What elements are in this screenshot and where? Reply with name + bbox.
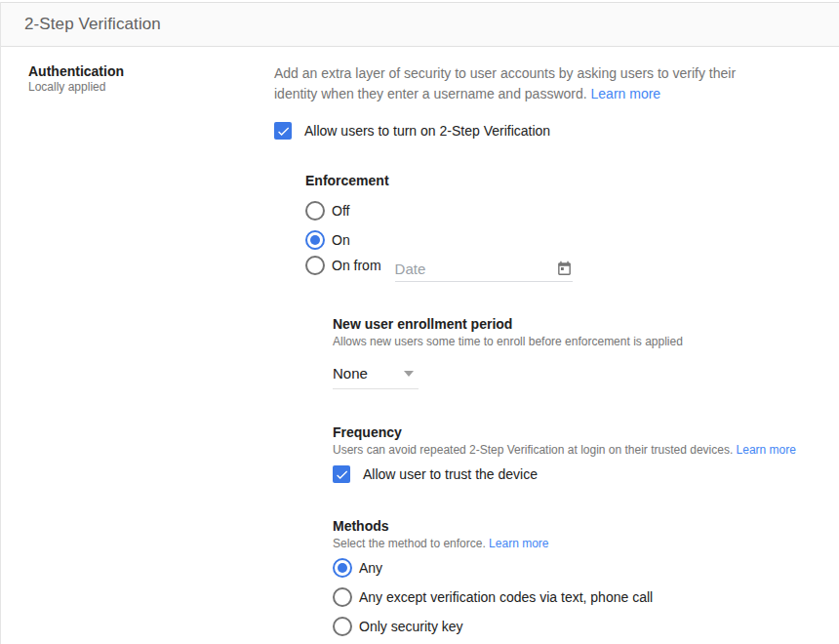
enforcement-option-on-from: On from	[305, 256, 839, 275]
trust-device-checkbox[interactable]	[333, 465, 350, 483]
dropdown-arrow-icon	[404, 371, 414, 377]
allow-2sv-row: Allow users to turn on 2-Step Verificati…	[274, 121, 839, 141]
method-option-security-key: Only security key	[333, 617, 839, 636]
frequency-description-text: Users can avoid repeated 2-Step Verifica…	[333, 443, 733, 457]
page-title: 2-Step Verification	[24, 15, 161, 34]
trust-device-label[interactable]: Allow user to trust the device	[363, 466, 538, 482]
method-option-any: Any	[333, 558, 839, 578]
enforcement-section: Enforcement Off On On from	[305, 173, 839, 275]
frequency-description: Users can avoid repeated 2-Step Verifica…	[333, 443, 839, 457]
radio-off-label[interactable]: Off	[332, 203, 349, 219]
intro-text: Add an extra layer of security to user a…	[274, 65, 736, 101]
settings-card: 2-Step Verification Authentication Local…	[0, 2, 839, 644]
methods-heading: Methods	[333, 518, 839, 534]
frequency-learn-more-link[interactable]: Learn more	[737, 443, 796, 457]
radio-any-except-label[interactable]: Any except verification codes via text, …	[359, 589, 653, 605]
two-step-verification-settings: 2-Step Verification Authentication Local…	[0, 0, 839, 644]
radio-security-key-label[interactable]: Only security key	[359, 619, 463, 634]
enrollment-period-value: None	[333, 365, 368, 382]
methods-description-text: Select the method to enforce.	[333, 537, 486, 550]
radio-security-key[interactable]	[333, 617, 352, 636]
radio-on[interactable]	[305, 230, 325, 250]
radio-any[interactable]	[333, 558, 352, 578]
method-option-any-except: Any except verification codes via text, …	[333, 587, 839, 607]
radio-any-except[interactable]	[333, 587, 352, 607]
enforcement-heading: Enforcement	[305, 173, 839, 188]
date-field	[395, 261, 573, 282]
allow-2sv-checkbox[interactable]	[274, 122, 292, 140]
checkmark-icon	[276, 124, 291, 139]
setting-scope: Locally applied	[28, 80, 274, 95]
radio-on-from[interactable]	[305, 256, 325, 275]
panel-header: 2-Step Verification	[1, 2, 839, 47]
frequency-section: Frequency Users can avoid repeated 2-Ste…	[333, 424, 839, 484]
enrollment-description: Allows new users some time to enroll bef…	[333, 335, 839, 348]
intro-learn-more-link[interactable]: Learn more	[591, 86, 661, 101]
enrollment-period-section: New user enrollment period Allows new us…	[333, 316, 839, 389]
enrollment-period-dropdown[interactable]: None	[333, 365, 419, 389]
allow-2sv-label[interactable]: Allow users to turn on 2-Step Verificati…	[304, 123, 550, 139]
calendar-icon[interactable]	[556, 261, 573, 277]
setting-name: Authentication	[28, 63, 274, 79]
radio-on-label[interactable]: On	[332, 232, 350, 248]
methods-description: Select the method to enforce. Learn more	[333, 537, 839, 550]
frequency-heading: Frequency	[333, 424, 839, 440]
enforcement-option-off: Off	[305, 201, 839, 221]
intro-description: Add an extra layer of security to user a…	[274, 63, 767, 104]
panel-body: Authentication Locally applied Add an ex…	[1, 47, 839, 644]
setting-label-column: Authentication Locally applied	[1, 47, 274, 644]
methods-learn-more-link[interactable]: Learn more	[489, 537, 548, 550]
setting-detail-column: Add an extra layer of security to user a…	[274, 47, 839, 644]
enrollment-heading: New user enrollment period	[333, 316, 839, 332]
radio-off[interactable]	[305, 201, 325, 221]
radio-on-from-label[interactable]: On from	[332, 258, 381, 273]
checkmark-icon	[335, 467, 349, 482]
trust-device-row: Allow user to trust the device	[333, 464, 839, 484]
methods-options: Any Any except verification codes via te…	[333, 558, 839, 636]
methods-section: Methods Select the method to enforce. Le…	[333, 518, 839, 636]
nested-sections: New user enrollment period Allows new us…	[333, 316, 839, 636]
radio-any-label[interactable]: Any	[359, 560, 382, 576]
date-input[interactable]	[395, 261, 548, 277]
enforcement-option-on: On	[305, 230, 839, 250]
